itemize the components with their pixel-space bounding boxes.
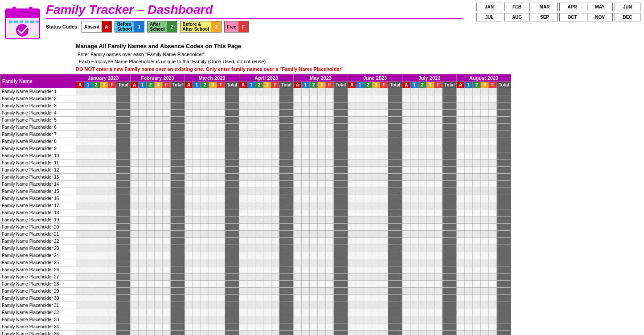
month-btn-sep[interactable]: SEP (532, 13, 558, 21)
data-cell[interactable] (239, 217, 247, 224)
data-cell[interactable] (435, 217, 443, 224)
data-cell[interactable] (76, 252, 84, 259)
data-cell[interactable] (326, 181, 334, 188)
data-cell[interactable] (465, 302, 473, 309)
family-name-cell[interactable]: Family Name Placeholder 2 (0, 95, 76, 102)
data-cell[interactable] (318, 202, 326, 209)
data-cell[interactable] (418, 174, 427, 181)
data-cell[interactable] (193, 245, 201, 252)
data-cell[interactable] (388, 302, 402, 309)
data-cell[interactable] (388, 252, 402, 259)
data-cell[interactable] (481, 124, 489, 131)
data-cell[interactable] (76, 124, 84, 131)
data-cell[interactable] (92, 252, 100, 259)
data-cell[interactable] (155, 174, 163, 181)
data-cell[interactable] (418, 188, 427, 195)
data-cell[interactable] (481, 295, 489, 302)
data-cell[interactable] (348, 274, 356, 281)
data-cell[interactable] (217, 238, 225, 245)
data-cell[interactable] (139, 224, 147, 231)
data-cell[interactable] (388, 266, 402, 274)
data-cell[interactable] (116, 102, 131, 110)
family-name-cell[interactable]: Family Name Placeholder 22 (0, 238, 76, 245)
data-cell[interactable] (481, 316, 489, 323)
data-cell[interactable] (310, 217, 318, 224)
data-cell[interactable] (473, 152, 481, 159)
data-cell[interactable] (247, 274, 255, 281)
data-cell[interactable] (193, 259, 201, 266)
data-cell[interactable] (193, 167, 201, 174)
data-cell[interactable] (443, 209, 457, 217)
data-cell[interactable] (271, 181, 279, 188)
data-cell[interactable] (310, 331, 318, 335)
data-cell[interactable] (131, 202, 139, 209)
data-cell[interactable] (100, 195, 108, 202)
data-cell[interactable] (201, 217, 209, 224)
data-cell[interactable] (217, 167, 225, 174)
data-cell[interactable] (380, 88, 388, 95)
data-cell[interactable] (247, 224, 255, 231)
data-cell[interactable] (364, 152, 372, 159)
data-cell[interactable] (302, 124, 310, 131)
data-cell[interactable] (185, 316, 193, 323)
data-cell[interactable] (356, 252, 364, 259)
data-cell[interactable] (100, 252, 108, 259)
data-cell[interactable] (334, 88, 348, 95)
data-cell[interactable] (348, 181, 356, 188)
data-cell[interactable] (163, 124, 171, 131)
data-cell[interactable] (271, 331, 279, 335)
data-cell[interactable] (76, 323, 84, 331)
data-cell[interactable] (348, 245, 356, 252)
data-cell[interactable] (279, 188, 294, 195)
data-cell[interactable] (100, 95, 108, 102)
data-cell[interactable] (185, 117, 193, 124)
data-cell[interactable] (364, 331, 372, 335)
data-cell[interactable] (402, 131, 410, 138)
data-cell[interactable] (310, 209, 318, 217)
data-cell[interactable] (263, 309, 271, 316)
data-cell[interactable] (201, 238, 209, 245)
data-cell[interactable] (147, 309, 155, 316)
data-cell[interactable] (209, 323, 217, 331)
data-cell[interactable] (326, 174, 334, 181)
data-cell[interactable] (131, 88, 139, 95)
data-cell[interactable] (263, 167, 271, 174)
data-cell[interactable] (481, 188, 489, 195)
data-cell[interactable] (147, 131, 155, 138)
data-cell[interactable] (147, 159, 155, 167)
data-cell[interactable] (155, 181, 163, 188)
data-cell[interactable] (271, 259, 279, 266)
data-cell[interactable] (402, 266, 410, 274)
data-cell[interactable] (497, 138, 511, 145)
data-cell[interactable] (402, 217, 410, 224)
data-cell[interactable] (201, 259, 209, 266)
data-cell[interactable] (147, 245, 155, 252)
data-cell[interactable] (201, 281, 209, 288)
data-cell[interactable] (171, 95, 185, 102)
data-cell[interactable] (302, 259, 310, 266)
data-cell[interactable] (247, 131, 255, 138)
data-cell[interactable] (326, 231, 334, 238)
data-cell[interactable] (435, 302, 443, 309)
data-cell[interactable] (155, 145, 163, 152)
data-cell[interactable] (271, 281, 279, 288)
data-cell[interactable] (225, 174, 239, 181)
data-cell[interactable] (163, 181, 171, 188)
data-cell[interactable] (318, 124, 326, 131)
data-cell[interactable] (334, 274, 348, 281)
table-row[interactable]: Family Name Placeholder 2 (0, 95, 511, 102)
data-cell[interactable] (388, 259, 402, 266)
data-cell[interactable] (92, 181, 100, 188)
data-cell[interactable] (310, 131, 318, 138)
data-cell[interactable] (443, 145, 457, 152)
data-cell[interactable] (100, 266, 108, 274)
data-cell[interactable] (193, 302, 201, 309)
data-cell[interactable] (372, 281, 380, 288)
data-cell[interactable] (388, 117, 402, 124)
data-cell[interactable] (364, 117, 372, 124)
data-cell[interactable] (402, 174, 410, 181)
data-cell[interactable] (92, 281, 100, 288)
table-row[interactable]: Family Name Placeholder 11 (0, 159, 511, 167)
data-cell[interactable] (92, 117, 100, 124)
data-cell[interactable] (225, 159, 239, 167)
